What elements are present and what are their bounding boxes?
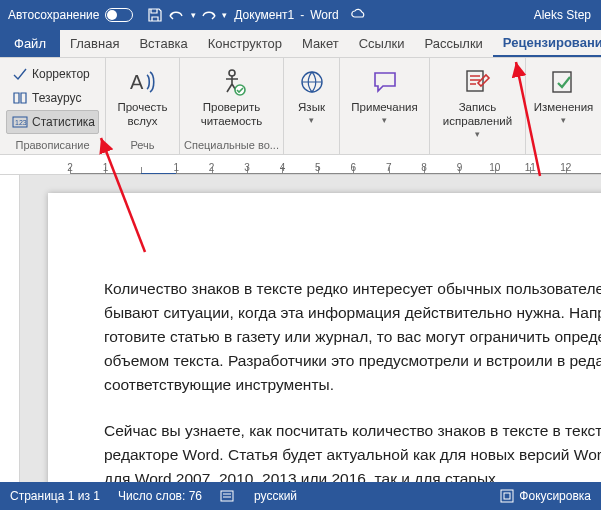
comments-button[interactable]: Примечания ▾ <box>346 62 423 130</box>
language-label: Язык <box>298 101 325 115</box>
paragraph-1[interactable]: Количество знаков в тексте редко интерес… <box>104 277 601 397</box>
check-accessibility-icon <box>216 66 248 98</box>
saved-cloud-icon <box>351 8 367 23</box>
chevron-down-icon: ▾ <box>475 129 480 140</box>
statistics-label: Статистика <box>32 115 95 129</box>
tab-insert[interactable]: Вставка <box>129 30 197 57</box>
comments-label: Примечания <box>351 101 417 115</box>
svg-rect-9 <box>501 490 513 502</box>
document-area[interactable]: Количество знаков в тексте редко интерес… <box>20 175 601 482</box>
changes-icon <box>548 66 580 98</box>
vertical-ruler[interactable] <box>0 175 20 482</box>
group-tracking-label <box>430 147 525 154</box>
status-proof-icon[interactable] <box>220 489 236 503</box>
group-language-label <box>284 139 339 154</box>
svg-rect-8 <box>221 491 233 501</box>
chevron-down-icon: ▾ <box>561 115 566 126</box>
undo-chevron-icon[interactable]: ▾ <box>191 10 196 20</box>
autosave-section: Автосохранение <box>0 8 141 22</box>
read-aloud-button[interactable]: A Прочесть вслух <box>112 62 173 133</box>
save-icon[interactable] <box>147 7 163 23</box>
group-tracking: Запись исправлений ▾ <box>430 58 526 154</box>
paragraph-2[interactable]: Сейчас вы узнаете, как посчитать количес… <box>104 419 601 482</box>
language-button[interactable]: Язык ▾ <box>290 62 333 130</box>
read-aloud-icon: A <box>127 66 159 98</box>
thesaurus-icon <box>12 90 28 106</box>
focus-icon <box>500 489 514 503</box>
svg-text:A: A <box>130 71 144 93</box>
svg-rect-10 <box>504 493 510 499</box>
doc-name: Документ1 <box>234 8 294 22</box>
undo-icon[interactable] <box>167 7 187 23</box>
comments-icon <box>369 66 401 98</box>
tab-references[interactable]: Ссылки <box>349 30 415 57</box>
ribbon: Корректор Тезаурус 123 Статистика Правоп… <box>0 58 601 155</box>
group-accessibility-label: Специальные во... <box>180 139 283 154</box>
check-accessibility-button[interactable]: Проверить читаемость <box>191 62 273 133</box>
chevron-down-icon: ▾ <box>309 115 314 126</box>
status-language[interactable]: русский <box>254 489 297 503</box>
statistics-button[interactable]: 123 Статистика <box>6 110 99 134</box>
thesaurus-button[interactable]: Тезаурус <box>6 86 99 110</box>
window-title: Документ1 - Word <box>234 8 366 23</box>
language-icon <box>296 66 328 98</box>
svg-rect-7 <box>553 72 571 92</box>
status-focus-label: Фокусировка <box>519 489 591 503</box>
redo-icon[interactable] <box>200 7 218 23</box>
svg-point-3 <box>229 70 235 76</box>
corrector-button[interactable]: Корректор <box>6 62 99 86</box>
user-name[interactable]: Aleks Step <box>534 8 601 22</box>
changes-button[interactable]: Изменения ▾ <box>533 62 595 130</box>
status-bar: Страница 1 из 1 Число слов: 76 русский Ф… <box>0 482 601 510</box>
group-changes: Изменения ▾ <box>526 58 601 154</box>
qat-customize-chevron-icon[interactable]: ▾ <box>222 10 227 20</box>
group-comments: Примечания ▾ <box>340 58 430 154</box>
tab-layout[interactable]: Макет <box>292 30 349 57</box>
tab-mailings[interactable]: Рассылки <box>414 30 492 57</box>
tab-design[interactable]: Конструктор <box>198 30 292 57</box>
autosave-toggle[interactable] <box>105 8 133 22</box>
app-name: Word <box>310 8 338 22</box>
group-comments-label <box>340 139 429 154</box>
corrector-label: Корректор <box>32 67 90 81</box>
track-changes-icon <box>462 66 494 98</box>
corrector-icon <box>12 66 28 82</box>
group-proofing: Корректор Тезаурус 123 Статистика Правоп… <box>0 58 106 154</box>
group-speech: A Прочесть вслух Речь <box>106 58 180 154</box>
title-separator: - <box>300 8 304 22</box>
svg-text:123: 123 <box>15 119 27 126</box>
track-changes-label: Запись исправлений <box>439 101 517 129</box>
read-aloud-label: Прочесть вслух <box>114 101 171 129</box>
group-speech-label: Речь <box>106 139 179 154</box>
thesaurus-label: Тезаурус <box>32 91 81 105</box>
statistics-icon: 123 <box>12 114 28 130</box>
status-focus-mode[interactable]: Фокусировка <box>500 489 591 503</box>
group-language: Язык ▾ <box>284 58 340 154</box>
chevron-down-icon: ▾ <box>382 115 387 126</box>
ribbon-tabs: Файл Главная Вставка Конструктор Макет С… <box>0 30 601 58</box>
group-accessibility: Проверить читаемость Специальные во... <box>180 58 284 154</box>
page[interactable]: Количество знаков в тексте редко интерес… <box>48 193 601 482</box>
check-accessibility-label: Проверить читаемость <box>193 101 271 129</box>
title-bar: Автосохранение ▾ ▾ Документ1 - Word Alek… <box>0 0 601 30</box>
tab-home[interactable]: Главная <box>60 30 129 57</box>
quick-access-toolbar: ▾ ▾ <box>141 7 233 23</box>
track-changes-button[interactable]: Запись исправлений ▾ <box>437 62 519 143</box>
tab-review[interactable]: Рецензировани <box>493 30 601 57</box>
group-changes-label <box>526 139 601 154</box>
status-word-count[interactable]: Число слов: 76 <box>118 489 202 503</box>
status-page[interactable]: Страница 1 из 1 <box>10 489 100 503</box>
tab-file[interactable]: Файл <box>0 30 60 57</box>
changes-label: Изменения <box>534 101 594 115</box>
group-proofing-label: Правописание <box>0 139 105 154</box>
autosave-label: Автосохранение <box>8 8 99 22</box>
horizontal-ruler[interactable]: 2 1 1 2 3 4 5 6 7 8 9 10 11 12 <box>0 155 601 175</box>
